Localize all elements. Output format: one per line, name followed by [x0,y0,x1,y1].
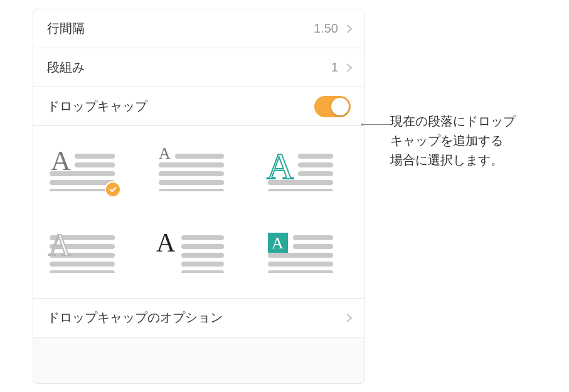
dropcap-toggle[interactable] [314,96,351,117]
callout-line-1: 現在の段落にドロップ [390,112,516,131]
svg-rect-29 [181,270,224,273]
svg-text:A: A [48,228,71,262]
svg-rect-11 [159,189,224,191]
svg-rect-16 [268,180,333,185]
svg-rect-2 [75,162,115,167]
chevron-right-icon [343,63,352,72]
columns-value-group: 1 [331,60,351,75]
svg-rect-14 [298,162,333,167]
dropcap-style-raised-small[interactable]: A [156,146,242,191]
svg-text:A: A [156,228,176,257]
line-spacing-label: 行間隔 [47,20,85,37]
svg-text:A: A [159,146,171,162]
svg-rect-34 [268,253,333,258]
callout-text: 現在の段落にドロップ キャップを追加する 場合に選択します。 [390,112,516,170]
svg-rect-9 [159,171,224,176]
columns-row[interactable]: 段組み 1 [33,48,364,87]
svg-rect-25 [181,235,224,240]
dropcap-row: ドロップキャップ [33,87,364,126]
callout-leader-line [361,124,390,125]
selected-check-icon [105,181,121,198]
svg-rect-13 [298,154,333,159]
svg-rect-7 [175,154,224,159]
svg-rect-33 [293,244,333,249]
dropcap-style-raised-gray[interactable]: A [47,146,132,191]
svg-rect-35 [268,262,333,267]
svg-rect-21 [50,262,115,267]
line-spacing-value: 1.50 [314,21,338,36]
svg-rect-8 [159,162,224,167]
line-spacing-row[interactable]: 行間隔 1.50 [33,9,364,48]
format-panel: 行間隔 1.50 段組み 1 ドロップキャップ A [33,9,365,384]
callout-line-3: 場合に選択します。 [390,151,516,170]
dropcap-options-row[interactable]: ドロップキャップのオプション [33,299,364,337]
toggle-knob [331,98,349,115]
dropcap-preview-icon: A [265,228,336,273]
dropcap-styles-grid: A A A [33,126,364,299]
svg-rect-36 [268,270,333,273]
svg-rect-17 [268,189,333,191]
svg-rect-22 [50,270,115,273]
dropcap-style-outline-gray[interactable]: A [47,228,132,273]
columns-label: 段組み [47,59,85,76]
dropcap-preview-icon: A [156,146,226,191]
dropcap-style-outline-teal[interactable]: A [265,146,351,191]
svg-text:A: A [272,234,284,252]
svg-rect-3 [50,171,115,176]
svg-rect-26 [181,244,224,249]
dropcap-preview-icon: A [265,146,336,191]
svg-rect-1 [75,154,115,159]
dropcap-style-sidebar-black[interactable]: A [156,228,242,273]
svg-rect-32 [293,235,333,240]
svg-rect-28 [181,262,224,267]
dropcap-options-label: ドロップキャップのオプション [47,309,223,326]
svg-rect-27 [181,253,224,258]
svg-rect-4 [50,180,115,185]
dropcap-preview-icon: A [47,228,117,273]
chevron-right-icon [343,24,352,33]
dropcap-preview-icon: A [156,228,226,273]
svg-rect-15 [298,171,333,176]
svg-rect-10 [159,180,224,185]
dropcap-style-boxed-teal[interactable]: A [265,228,351,273]
columns-value: 1 [331,60,338,75]
chevron-right-icon [343,313,352,322]
dropcap-label: ドロップキャップ [47,98,147,115]
callout-line-2: キャップを追加する [390,131,516,151]
line-spacing-value-group: 1.50 [314,21,351,36]
